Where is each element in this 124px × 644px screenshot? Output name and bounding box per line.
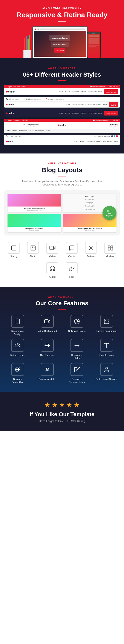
hero-devices: Manage and Grow Your Business Get Starte…	[4, 26, 120, 58]
hero-title: Responsive & Retina Ready	[4, 11, 120, 19]
video-icon	[46, 242, 58, 254]
gallery-label: Gallery	[106, 255, 114, 258]
post-badge-label: PostLayouts	[106, 213, 113, 217]
post-type-link: Link	[64, 262, 79, 278]
feature-browser: BrowserCompatible	[4, 363, 31, 384]
svg-rect-10	[111, 246, 113, 248]
bootstrap-letter: B	[46, 367, 49, 372]
svg-point-29	[105, 367, 107, 369]
quote-icon	[66, 242, 78, 254]
feature-docs: ExtensiveDocumentation	[64, 363, 90, 384]
bootstrap-icon: B	[41, 363, 54, 376]
post-types-container: Sticky Photo Video	[4, 242, 120, 278]
blog-card-4-text: Lorem ipsum dolor...	[64, 230, 116, 231]
header-mockup-2: 📞 Call+000 456 789 📧 Emailinfo@example.c…	[4, 97, 120, 108]
blog-description: To obtain higher performance. Our leader…	[19, 180, 105, 186]
blog-card-1-text: Lorem ipsum dolor sit amet...	[9, 210, 60, 211]
sticky-label: Sticky	[10, 255, 17, 258]
audio-label: Audio	[49, 276, 56, 278]
retina-ready-icon	[11, 339, 24, 352]
blog-section: MULTI VARIATIONS Blog Layouts To obtain …	[0, 154, 124, 287]
feature-bootstrap-label: Bootstrap v4.3.1	[39, 378, 56, 380]
header-styles-title: 05+ Different Header Styles	[4, 71, 120, 78]
svg-point-20	[17, 344, 18, 346]
blog-card-1-body: Are growth In Business 2020 Lorem ipsum …	[8, 206, 61, 212]
audio-icon	[46, 262, 58, 274]
blog-card-3-title: Lima growth in Business	[9, 228, 60, 229]
post-type-audio: Audio	[45, 262, 60, 278]
header-styles-section: AMAZING HEADER 05+ Different Header Styl…	[0, 58, 124, 154]
blog-mockup-container: Are growth In Business 2020 Lorem ipsum …	[4, 190, 120, 236]
documentation-icon	[70, 363, 83, 376]
blog-card-1-title: Are growth In Business 2020	[9, 208, 60, 209]
post-type-gallery: Gallery	[103, 242, 118, 258]
link-icon	[66, 262, 78, 274]
blog-card-3-text: Lorem ipsum dolor...	[9, 230, 60, 231]
gallery-icon	[104, 242, 116, 254]
header-mockup-5: 📞 1 - 800 - 456 - 789 📧 info@example.com…	[4, 134, 120, 145]
post-type-default: Default	[84, 242, 99, 258]
hero-section: 100% FULLY RESPONSIVE Responsive & Retin…	[0, 0, 124, 58]
feature-owl: Owl Carousel	[34, 339, 60, 360]
professional-support-icon	[100, 363, 113, 376]
feature-video-bg-label: Video Background	[38, 330, 57, 332]
feature-support: Professional Support	[93, 363, 120, 384]
header-styles-tag: AMAZING HEADER	[4, 67, 120, 70]
browser-compatible-icon	[11, 363, 24, 376]
svg-rect-9	[108, 246, 110, 248]
svg-rect-12	[111, 248, 113, 250]
features-title: Our Core Features	[4, 300, 120, 307]
rating-description: Don't Forget to Give Us 5 Star Rating	[4, 420, 120, 423]
blog-tag: MULTI VARIATIONS	[4, 162, 120, 165]
star-5: ★	[73, 401, 80, 409]
svg-point-8	[90, 247, 92, 248]
feature-bootstrap: B Bootstrap v4.3.1	[34, 363, 60, 384]
feature-support-label: Professional Support	[95, 378, 117, 380]
default-label: Default	[87, 255, 95, 258]
star-2: ★	[52, 401, 58, 409]
feature-retina-label: Retina Ready	[10, 354, 25, 356]
star-1: ★	[44, 401, 51, 409]
blog-title: Blog Layouts	[4, 166, 120, 174]
blog-card-3: Lima growth in Business Lorem ipsum dolo…	[8, 214, 61, 232]
feature-revolution-label: RevolutionSlider	[71, 354, 82, 360]
blog-card-1-image	[8, 194, 61, 206]
rating-section: ★ ★ ★ ★ ★ If You Like Our Template Don't…	[0, 392, 124, 431]
blog-card-4-body: Gathering Real Business practice Lorem i…	[63, 227, 117, 232]
svg-point-19	[105, 320, 106, 321]
post-type-photo: Photo	[26, 242, 41, 258]
feature-docs-label: ExtensiveDocumentation	[69, 378, 85, 384]
header-styles-divider	[58, 80, 66, 81]
photo-icon	[27, 242, 39, 254]
revolution-slider-icon	[70, 339, 83, 352]
star-3: ★	[59, 401, 65, 409]
unlimited-colors-icon	[70, 315, 83, 328]
feature-video-bg: Video Background	[34, 315, 60, 336]
blog-category-2: Design (8)	[65, 202, 115, 204]
features-grid: ResponsiveDesign Video Background Unlimi…	[4, 315, 120, 384]
blog-card-4-title: Gathering Real Business practice	[64, 228, 116, 229]
features-divider	[58, 309, 66, 310]
star-rating: ★ ★ ★ ★ ★	[4, 401, 120, 409]
feature-fonts: Google Fonts	[93, 339, 120, 360]
blog-category-1: Business (12)	[65, 198, 115, 201]
hero-tag: 100% FULLY RESPONSIVE	[4, 6, 120, 9]
feature-colors: Unlimited Colors	[64, 315, 90, 336]
svg-marker-15	[48, 320, 50, 323]
quote-label: Quote	[68, 255, 75, 258]
sticky-icon	[8, 242, 20, 254]
hero-divider	[58, 22, 66, 22]
svg-marker-6	[53, 247, 55, 249]
video-background-icon	[41, 315, 54, 328]
custom-background-icon	[100, 315, 113, 328]
photo-label: Photo	[30, 255, 36, 258]
header-mockups-container: 📍 Agent Store num : 10-456 📧 info@exampl…	[4, 85, 120, 145]
blog-grid: Are growth In Business 2020 Lorem ipsum …	[8, 194, 116, 232]
feature-responsive-label: ResponsiveDesign	[11, 330, 24, 336]
laptop-mockup: Manage and Grow Your Business Get Starte…	[32, 26, 88, 58]
features-tag: AMAZING HEADER	[4, 296, 120, 298]
blog-divider	[58, 176, 66, 176]
header-mockup-3: ondex HOME ABOUT SERVICES PAGES PORTFOLI…	[4, 109, 120, 117]
post-type-sticky: Sticky	[6, 242, 21, 258]
phone-mockup	[87, 32, 101, 58]
